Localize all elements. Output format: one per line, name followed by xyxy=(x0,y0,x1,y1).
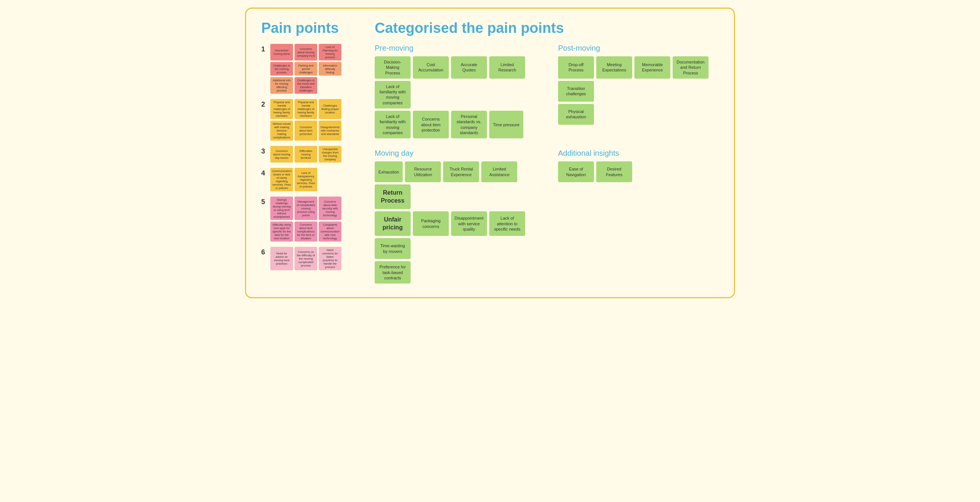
pain-sticky: Parking and permit challenges xyxy=(294,62,317,76)
post-moving-section: Post-moving Drop-off ProcessMeeting Expe… xyxy=(558,44,719,138)
pain-sticky: Lack of Planning for moving process xyxy=(319,44,341,60)
row-number: 1 xyxy=(261,45,268,53)
pain-sticky: Lack of transparency regarding services.… xyxy=(294,168,317,191)
pain-row-3: 3Concerns about moving day issuesDifficu… xyxy=(261,146,360,162)
pain-sticky: Management of complicated moving process… xyxy=(294,197,317,220)
pain-sticky: Various issues with making decision maki… xyxy=(270,121,293,141)
moving-day-sticky: Disappointment with service quality xyxy=(451,211,487,236)
pain-sticky: Challenges in the move and transition ch… xyxy=(294,77,317,94)
post-moving-title: Post-moving xyxy=(558,44,719,52)
categorised-panel: Categorised the pain points Pre-moving D… xyxy=(375,20,719,286)
pain-sticky: Communication issues or lack of clarity … xyxy=(270,168,293,191)
pain-sticky: Savings challenge during moving or using… xyxy=(270,197,293,220)
row-number: 6 xyxy=(261,248,268,256)
categorised-title: Categorised the pain points xyxy=(375,20,719,36)
pain-sticky: Need concerns for better practices to ha… xyxy=(319,247,341,270)
post-moving-sticky: Physical exhaustion xyxy=(558,104,594,125)
pre-moving-sticky: Accurate Quotes xyxy=(451,56,487,79)
canvas: Pain points 1Discomfort moving itemsConc… xyxy=(245,8,735,298)
pain-row-6: 6Need for advice on moving best practice… xyxy=(261,247,360,270)
pain-sticky: Concerns on the difficulty of the moving… xyxy=(294,247,317,270)
moving-day-title: Moving day xyxy=(375,149,535,157)
pain-sticky: Concerns about item protection xyxy=(294,121,317,141)
row-number: 2 xyxy=(261,100,268,108)
additional-insight-sticky: Ease of Navigation xyxy=(558,161,594,182)
pain-row-5: 5Savings challenge during moving or usin… xyxy=(261,197,360,241)
pain-sticky: Challenges finding proper location xyxy=(319,99,341,119)
pre-moving-sticky: Decision-Making Process xyxy=(375,56,410,79)
pain-sticky: Discomfort moving items xyxy=(270,44,293,60)
moving-day-section: Moving day ExhaustionResource Utilizatio… xyxy=(375,149,535,286)
moving-day-sticky: Limited Assistance xyxy=(481,161,517,182)
pain-sticky: Concerns about moving company trust xyxy=(294,44,317,60)
pre-moving-sticky: Time pressure xyxy=(489,111,523,138)
row-number: 3 xyxy=(261,148,268,156)
pain-sticky: Difficulties moving furniture xyxy=(294,146,317,162)
additional-insights-section: Additional insights Ease of NavigationDe… xyxy=(558,149,719,286)
moving-day-sticky: Unfair pricing xyxy=(375,211,410,236)
pain-sticky: Additional info for moving affecting pro… xyxy=(270,77,293,94)
moving-day-sticky: Return Process xyxy=(375,184,410,209)
row-number: 5 xyxy=(261,198,268,206)
moving-day-sticky: Truck Rental Experience xyxy=(443,161,479,182)
post-moving-sticky: Drop-off Process xyxy=(558,56,594,79)
post-moving-sticky: Meeting Expectations xyxy=(596,56,632,79)
pain-sticky: Physical and mental challenges of having… xyxy=(270,99,293,119)
moving-day-sticky: Packaging concerns xyxy=(413,211,449,236)
pain-sticky: Information difficulty finding xyxy=(319,62,341,76)
pain-sticky: Unexpected charges from the moving compa… xyxy=(319,146,341,162)
pre-moving-sticky: Limited Research xyxy=(489,56,525,79)
pain-rows: 1Discomfort moving itemsConcerns about m… xyxy=(261,44,360,270)
pre-moving-section: Pre-moving Decision-Making ProcessCost A… xyxy=(375,44,535,138)
pain-sticky: Concerns about data security with moving… xyxy=(319,197,341,220)
post-moving-sticky: Documentation and Return Process xyxy=(673,56,708,79)
row-number: 4 xyxy=(261,169,268,177)
pain-sticky: Concerns about tech complications for th… xyxy=(294,221,317,241)
pain-sticky: Challenges in the moving process xyxy=(270,62,293,76)
pain-row-1: 1Discomfort moving itemsConcerns about m… xyxy=(261,44,360,94)
moving-day-sticky: Lack of attention to specific needs xyxy=(489,211,525,236)
post-moving-sticky: Memorable Experience xyxy=(635,56,670,79)
additional-insight-sticky: Desired Features xyxy=(596,161,632,182)
pre-moving-sticky: Lack of familiarity with moving companie… xyxy=(375,81,410,108)
moving-day-sticky: Preference for task-based contracts xyxy=(375,261,410,283)
pain-sticky: Difficulty using new apps for specific f… xyxy=(270,221,293,241)
pre-moving-sticky: Cost Accumulation xyxy=(413,56,449,79)
pain-row-2: 2Physical and mental challenges of havin… xyxy=(261,99,360,141)
pre-moving-sticky: Lack of familiarity with moving companie… xyxy=(375,111,410,138)
pain-row-4: 4Communication issues or lack of clarity… xyxy=(261,168,360,191)
pain-points-panel: Pain points 1Discomfort moving itemsConc… xyxy=(261,20,360,286)
pain-points-title: Pain points xyxy=(261,20,360,36)
pain-sticky: Need for advice on moving best practices xyxy=(270,247,293,270)
pre-moving-sticky: Concerns about item protection xyxy=(413,111,449,138)
moving-day-sticky: Exhaustion xyxy=(375,161,402,182)
pain-sticky: Concerns about moving day issues xyxy=(270,146,293,162)
moving-day-sticky: Time-wasting by movers xyxy=(375,238,410,259)
additional-insights-title: Additional insights xyxy=(558,149,719,157)
moving-day-sticky: Resource Utilization xyxy=(405,161,441,182)
pre-moving-sticky: Personal standards vs. company standards xyxy=(451,111,487,138)
pain-sticky: Physical and mental challenges of having… xyxy=(294,99,317,119)
post-moving-sticky: Transition challenges xyxy=(558,81,594,102)
pain-sticky: Disagreements with contractor and standa… xyxy=(319,121,341,141)
pre-moving-title: Pre-moving xyxy=(375,44,535,52)
pain-sticky: Complaints about communication with new … xyxy=(319,221,341,241)
